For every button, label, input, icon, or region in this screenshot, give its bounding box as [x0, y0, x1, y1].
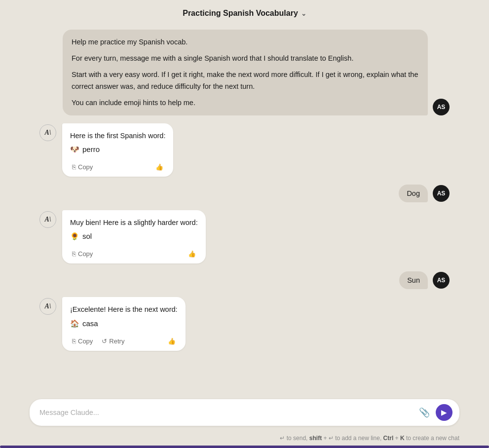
retry-icon: ↺	[102, 337, 107, 345]
copy-label-1: Copy	[78, 163, 93, 171]
emoji-1: 🐶	[70, 144, 79, 155]
retry-button[interactable]: ↺ Retry	[100, 336, 126, 346]
footer-hint: ↵ to send, shift + ↵ to add a new line, …	[0, 433, 489, 446]
user-short-row-2: Sun AS	[39, 271, 450, 289]
emoji-3: 🏠	[70, 318, 79, 330]
user-message-line-4: You can include emoji hints to help me.	[72, 97, 419, 109]
ai-message-row-3: A\ ¡Excelente! Here is the next word: 🏠 …	[39, 297, 450, 350]
copy-icon-2: ⎘	[72, 250, 76, 258]
chat-area: Help me practice my Spanish vocab. For e…	[0, 25, 489, 393]
ai-intro-3: ¡Excelente! Here is the next word:	[70, 304, 178, 315]
thumbs-down-icon-3: 👍	[168, 337, 176, 345]
copy-label-2: Copy	[78, 250, 93, 258]
copy-button-3[interactable]: ⎘ Copy	[70, 336, 95, 346]
anthropic-logo-2: A\	[44, 216, 51, 224]
word-line-1: 🐶 perro	[70, 144, 165, 155]
copy-icon-3: ⎘	[72, 337, 76, 345]
footer-hint-text: ↵ to send, shift + ↵ to add a new line, …	[280, 435, 459, 442]
word-3: casa	[82, 318, 98, 330]
user-reply-1: Dog	[407, 189, 420, 197]
ai-bubble-3: ¡Excelente! Here is the next word: 🏠 cas…	[62, 297, 186, 350]
word-1: perro	[82, 144, 100, 155]
thumbs-down-button-1[interactable]: 👍	[153, 162, 165, 172]
thumbs-down-icon: 👍	[155, 163, 163, 171]
message-input[interactable]	[39, 407, 417, 418]
retry-label: Retry	[109, 337, 124, 345]
ai-bubble-content-3: ¡Excelente! Here is the next word: 🏠 cas…	[70, 304, 178, 329]
ai-avatar-2: A\	[39, 211, 56, 228]
copy-icon: ⎘	[72, 163, 76, 171]
input-actions: 📎 ▶	[417, 404, 452, 421]
thumbs-down-icon-2: 👍	[188, 250, 196, 258]
send-button[interactable]: ▶	[436, 404, 452, 421]
header: Practicing Spanish Vocabulary ⌄	[0, 0, 489, 25]
copy-label-3: Copy	[78, 337, 93, 345]
attach-button[interactable]: 📎	[417, 405, 432, 420]
user-message-line-1: Help me practice my Spanish vocab.	[72, 37, 419, 48]
user-short-bubble-1: Dog	[399, 185, 428, 202]
emoji-2: 🌻	[70, 230, 79, 242]
user-bubble: Help me practice my Spanish vocab. For e…	[63, 30, 428, 115]
ai-intro-2: Muy bien! Here is a slightly harder word…	[70, 217, 198, 228]
ai-actions-2: ⎘ Copy 👍	[70, 247, 198, 259]
ai-bubble-content-1: Here is the first Spanish word: 🐶 perro	[70, 130, 165, 155]
copy-button-2[interactable]: ⎘ Copy	[70, 249, 95, 259]
thumbs-down-button-3[interactable]: 👍	[166, 336, 178, 346]
copy-button-1[interactable]: ⎘ Copy	[70, 162, 95, 172]
ai-intro-1: Here is the first Spanish word:	[70, 130, 165, 142]
ai-bubble-1: Here is the first Spanish word: 🐶 perro …	[62, 123, 173, 177]
user-avatar: AS	[433, 99, 450, 115]
user-avatar-2: AS	[433, 185, 450, 202]
ai-bubble-2: Muy bien! Here is a slightly harder word…	[62, 210, 206, 263]
conversation-title[interactable]: Practicing Spanish Vocabulary ⌄	[183, 9, 306, 18]
user-short-bubble-2: Sun	[399, 271, 428, 289]
ai-message-row-2: A\ Muy bien! Here is a slightly harder w…	[39, 210, 450, 263]
ai-avatar-3: A\	[39, 298, 56, 315]
bottom-bar	[0, 446, 489, 448]
word-line-2: 🌻 sol	[70, 230, 198, 242]
paperclip-icon: 📎	[419, 407, 430, 418]
user-short-row-1: Dog AS	[39, 185, 450, 202]
user-message-line-2: For every turn, message me with a single…	[72, 53, 419, 64]
ai-actions-1: ⎘ Copy 👍	[70, 160, 165, 172]
ai-action-left-2: ⎘ Copy	[70, 249, 95, 259]
thumbs-down-button-2[interactable]: 👍	[186, 249, 198, 259]
anthropic-logo: A\	[44, 129, 51, 137]
title-text: Practicing Spanish Vocabulary	[183, 9, 298, 18]
ai-action-left-3: ⎘ Copy ↺ Retry	[70, 336, 126, 346]
user-reply-2: Sun	[407, 276, 420, 284]
user-message-line-3: Start with a very easy word. If I get it…	[72, 69, 419, 92]
send-icon: ▶	[441, 408, 447, 417]
input-area: 📎 ▶	[0, 393, 489, 433]
chevron-down-icon[interactable]: ⌄	[301, 10, 306, 17]
ai-action-left-1: ⎘ Copy	[70, 162, 95, 172]
user-avatar-3: AS	[433, 272, 450, 289]
user-message-row: Help me practice my Spanish vocab. For e…	[39, 30, 450, 115]
input-container: 📎 ▶	[30, 399, 459, 426]
anthropic-logo-3: A\	[44, 302, 51, 310]
ai-message-row-1: A\ Here is the first Spanish word: 🐶 per…	[39, 123, 450, 177]
ai-actions-3: ⎘ Copy ↺ Retry 👍	[70, 335, 178, 346]
word-line-3: 🏠 casa	[70, 318, 178, 330]
word-2: sol	[82, 230, 92, 242]
ai-bubble-content-2: Muy bien! Here is a slightly harder word…	[70, 217, 198, 242]
ai-avatar: A\	[39, 124, 56, 141]
